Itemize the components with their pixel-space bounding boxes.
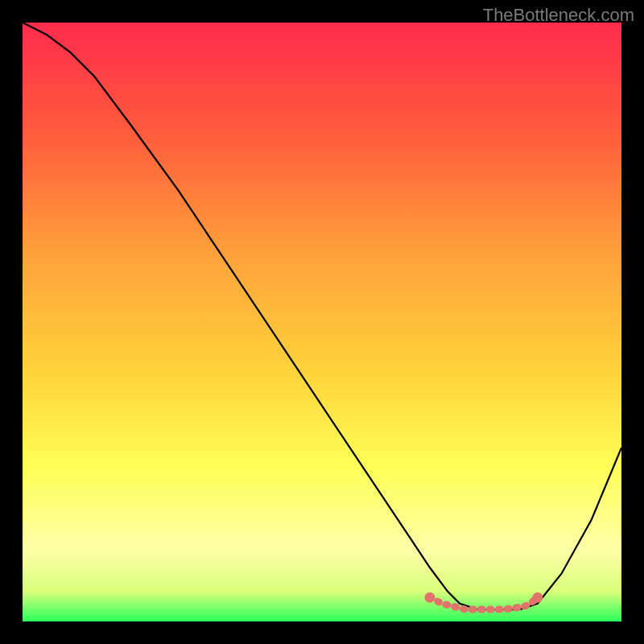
bottleneck-curve-line <box>23 23 621 609</box>
chart-lines-layer <box>23 23 621 621</box>
svg-point-2 <box>532 592 543 603</box>
svg-point-1 <box>424 592 435 603</box>
watermark-text: TheBottleneck.com <box>483 5 634 26</box>
optimal-band-dots <box>424 592 543 609</box>
chart-plot-area <box>23 23 621 621</box>
